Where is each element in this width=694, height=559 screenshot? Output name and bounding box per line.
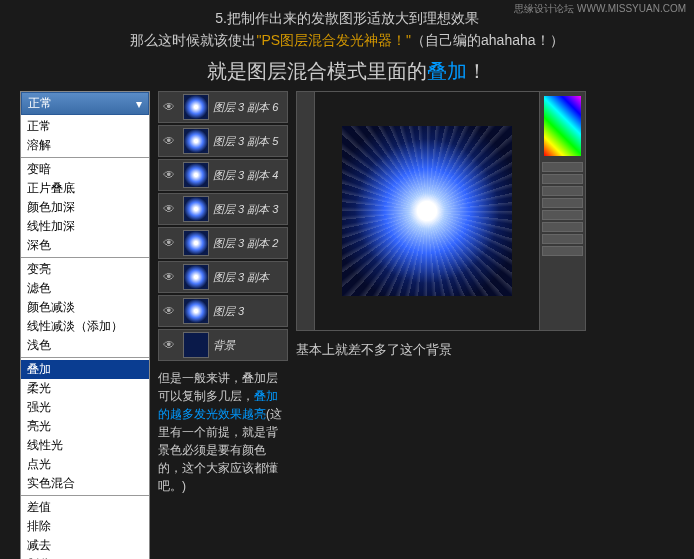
visibility-eye-icon[interactable]: 👁 [159,134,179,148]
blend-mode-menu: 正常 ▾ 正常溶解变暗正片叠底颜色加深线性加深深色变亮滤色颜色减淡线性减淡（添加… [20,91,150,559]
layer-name: 图层 3 副本 4 [213,168,278,183]
title-highlight: 叠加 [427,60,467,82]
blend-item[interactable]: 亮光 [21,417,149,436]
layer-name: 图层 3 [213,304,244,319]
layer-row[interactable]: 👁图层 3 [158,295,288,327]
intro-quote: "PS图层混合发光神器！" [256,32,411,48]
mini-layer-row [542,174,583,184]
visibility-eye-icon[interactable]: 👁 [159,236,179,250]
preview-area: 基本上就差不多了这个背景 [296,91,674,559]
layer-thumbnail [183,298,209,324]
layer-name: 图层 3 副本 5 [213,134,278,149]
title-line: 就是图层混合模式里面的叠加！ [0,58,694,85]
visibility-eye-icon[interactable]: 👁 [159,338,179,352]
layer-thumbnail [183,162,209,188]
layer-name: 图层 3 副本 6 [213,100,278,115]
blend-dropdown-header[interactable]: 正常 ▾ [21,92,149,115]
layer-row[interactable]: 👁图层 3 副本 [158,261,288,293]
layer-thumbnail [183,94,209,120]
layer-name: 图层 3 副本 [213,270,269,285]
blend-item[interactable]: 变暗 [21,160,149,179]
layer-thumbnail [183,230,209,256]
title-pre: 就是图层混合模式里面的 [207,60,427,82]
color-swatch-panel [544,96,581,156]
blend-item[interactable]: 减去 [21,536,149,555]
mini-layer-row [542,234,583,244]
ps-right-panels [539,92,585,330]
watermark-text: 思缘设计论坛 WWW.MISSYUAN.COM [514,2,686,16]
blend-item[interactable]: 线性减淡（添加） [21,317,149,336]
mini-layer-row [542,210,583,220]
intro-post: （自己编的ahahaha！） [411,32,564,48]
blend-item[interactable]: 排除 [21,517,149,536]
visibility-eye-icon[interactable]: 👁 [159,202,179,216]
mini-layer-row [542,162,583,172]
layer-thumbnail [183,264,209,290]
layer-row[interactable]: 👁背景 [158,329,288,361]
intro-pre: 那么这时候就该使出 [130,32,256,48]
mini-layer-row [542,186,583,196]
blend-current: 正常 [28,95,52,112]
layer-row[interactable]: 👁图层 3 副本 6 [158,91,288,123]
layers-panel: 👁图层 3 副本 6👁图层 3 副本 5👁图层 3 副本 4👁图层 3 副本 3… [158,91,288,559]
blend-item[interactable]: 线性加深 [21,217,149,236]
title-post: ！ [467,60,487,82]
blend-item[interactable]: 差值 [21,498,149,517]
layer-name: 图层 3 副本 2 [213,236,278,251]
layer-row[interactable]: 👁图层 3 副本 2 [158,227,288,259]
blend-item[interactable]: 深色 [21,236,149,255]
blend-item[interactable]: 点光 [21,455,149,474]
mini-layer-row [542,246,583,256]
visibility-eye-icon[interactable]: 👁 [159,168,179,182]
blend-item[interactable]: 实色混合 [21,474,149,493]
layer-thumbnail [183,128,209,154]
mini-layer-row [542,198,583,208]
mini-layer-row [542,222,583,232]
blend-item[interactable]: 颜色减淡 [21,298,149,317]
blend-item[interactable]: 叠加 [21,360,149,379]
blend-item[interactable]: 变亮 [21,260,149,279]
intro-line: 那么这时候就该使出"PS图层混合发光神器！"（自己编的ahahaha！） [0,32,694,50]
photoshop-window [296,91,586,331]
ps-canvas [315,92,539,330]
blend-item[interactable]: 线性光 [21,436,149,455]
blend-item[interactable]: 强光 [21,398,149,417]
blend-item[interactable]: 浅色 [21,336,149,355]
layer-name: 背景 [213,338,235,353]
layer-name: 图层 3 副本 3 [213,202,278,217]
blend-item[interactable]: 划分 [21,555,149,559]
visibility-eye-icon[interactable]: 👁 [159,304,179,318]
blend-item[interactable]: 正常 [21,117,149,136]
visibility-eye-icon[interactable]: 👁 [159,270,179,284]
blend-item[interactable]: 正片叠底 [21,179,149,198]
mini-layers-panel [540,160,585,260]
note-text: 但是一般来讲，叠加层可以复制多几层，叠加的越多发光效果越亮(这里有一个前提，就是… [158,369,288,495]
blend-item[interactable]: 柔光 [21,379,149,398]
layer-row[interactable]: 👁图层 3 副本 4 [158,159,288,191]
layer-thumbnail [183,196,209,222]
main-content: 正常 ▾ 正常溶解变暗正片叠底颜色加深线性加深深色变亮滤色颜色减淡线性减淡（添加… [0,91,694,559]
layer-row[interactable]: 👁图层 3 副本 5 [158,125,288,157]
visibility-eye-icon[interactable]: 👁 [159,100,179,114]
layer-row[interactable]: 👁图层 3 副本 3 [158,193,288,225]
blend-item[interactable]: 滤色 [21,279,149,298]
ps-toolbar [297,92,315,330]
dropdown-arrow-icon: ▾ [136,97,142,111]
layer-thumbnail [183,332,209,358]
blend-item[interactable]: 颜色加深 [21,198,149,217]
blend-item[interactable]: 溶解 [21,136,149,155]
glow-artwork [342,126,512,296]
preview-caption: 基本上就差不多了这个背景 [296,341,674,359]
